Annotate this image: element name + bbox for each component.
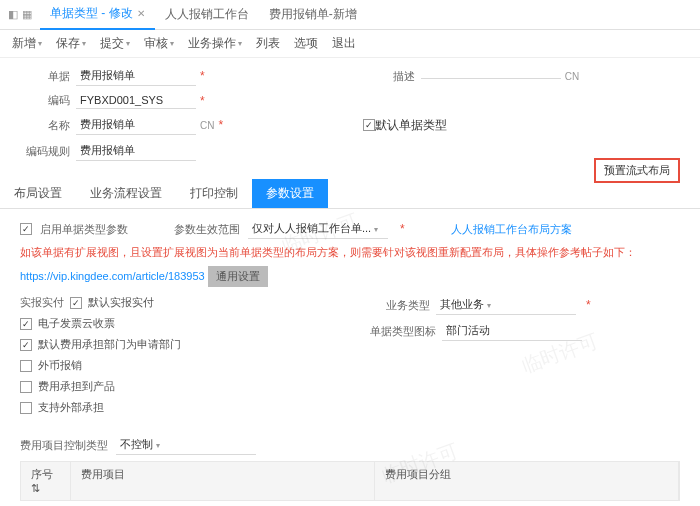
tb-save[interactable]: 保存▾ [56,35,86,52]
close-icon[interactable]: ✕ [137,8,145,19]
ecloud-checkbox[interactable] [20,318,32,330]
tb-list[interactable]: 列表 [256,35,280,52]
enable-params-checkbox[interactable] [20,223,32,235]
tb-submit[interactable]: 提交▾ [100,35,130,52]
enable-params-label: 启用单据类型参数 [40,222,128,237]
name-field[interactable]: 费用报销单 [76,115,196,135]
control-type-label: 费用项目控制类型 [20,438,108,453]
subtab-print[interactable]: 打印控制 [176,179,252,208]
tb-exit[interactable]: 退出 [332,35,356,52]
control-table-header: 序号 ⇅ 费用项目 费用项目分组 [20,461,680,501]
preset-layout-button[interactable]: 预置流式布局 [594,158,680,183]
warning-text: 如该单据有扩展视图，且设置扩展视图为当前单据类型的布局方案，则需要针对该视图重新… [20,245,680,260]
subtab-flow[interactable]: 业务流程设置 [76,179,176,208]
icon-label: 单据类型图标 [370,324,436,339]
icon-select[interactable]: 部门活动 [442,321,582,341]
code-field[interactable]: FYBXD001_SYS [76,92,196,109]
tb-new[interactable]: 新增▾ [12,35,42,52]
empty-illustration [20,501,680,506]
bill-label: 单据 [20,69,70,84]
subtab-params[interactable]: 参数设置 [252,179,328,208]
scope-select[interactable]: 仅对人人报销工作台单... ▾ [248,219,388,239]
biztype-select[interactable]: 其他业务 ▾ [436,295,576,315]
common-settings-header: 通用设置 [208,266,268,287]
biztype-label: 业务类型 [370,298,430,313]
tb-options[interactable]: 选项 [294,35,318,52]
name-label: 名称 [20,118,70,133]
scope-label: 参数生效范围 [174,222,240,237]
desc-field[interactable] [421,74,561,79]
tab-bill-type[interactable]: 单据类型 - 修改 ✕ [40,0,155,30]
tab-icon-1[interactable]: ◧ [8,8,18,21]
code-label: 编码 [20,93,70,108]
rule-label: 编码规则 [20,144,70,159]
default-type-checkbox[interactable] [363,119,375,131]
layout-scheme-link[interactable]: 人人报销工作台布局方案 [451,222,572,237]
tb-biz[interactable]: 业务操作▾ [188,35,242,52]
tab-expense-new[interactable]: 费用报销单-新增 [259,0,367,29]
defaultdept-checkbox[interactable] [20,339,32,351]
control-type-select[interactable]: 不控制 ▾ [116,435,256,455]
bill-field[interactable]: 费用报销单 [76,66,196,86]
supportext-checkbox[interactable] [20,402,32,414]
toproduct-checkbox[interactable] [20,381,32,393]
tab-workbench[interactable]: 人人报销工作台 [155,0,259,29]
desc-label: 描述 [365,69,415,84]
external-checkbox[interactable] [20,360,32,372]
help-link[interactable]: https://vip.kingdee.com/article/183953 [20,270,205,282]
tab-icon-2[interactable]: ▦ [22,8,32,21]
realpay-checkbox[interactable] [70,297,82,309]
tb-audit[interactable]: 审核▾ [144,35,174,52]
default-type-label: 默认单据类型 [375,117,447,134]
rule-field[interactable]: 费用报销单 [76,141,196,161]
subtab-layout[interactable]: 布局设置 [0,179,76,208]
